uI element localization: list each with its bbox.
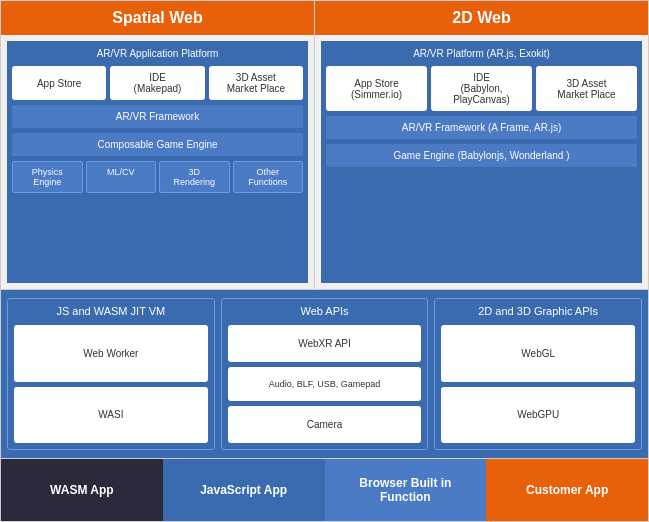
physics-box: PhysicsEngine [12, 161, 83, 193]
graphic-apis-panel: 2D and 3D Graphic APIs WebGL WebGPU [434, 298, 642, 450]
ar-vr-framework-bar: AR/VR Framework [12, 105, 303, 128]
asset-market-label: 3D AssetMarket Place [227, 72, 285, 94]
game-engine-2d-bar: Game Engine (Babylonjs, Wonderland ) [326, 144, 637, 167]
middle-section: JS and WASM JIT VM Web Worker WASI Web A… [1, 290, 648, 459]
webxr-api-box: WebXR API [228, 325, 422, 362]
spatial-web-header: Spatial Web [1, 1, 314, 35]
js-vm-panel: JS and WASM JIT VM Web Worker WASI [7, 298, 215, 450]
main-container: Spatial Web AR/VR Application Platform A… [0, 0, 649, 522]
physics-label: PhysicsEngine [32, 167, 63, 187]
webgl-box: WebGL [441, 325, 635, 382]
browser-built-in-label: Browser Built inFunction [359, 476, 451, 504]
bottom-bar: WASM App JavaScript App Browser Built in… [1, 459, 648, 521]
ml-cv-box: ML/CV [86, 161, 157, 193]
other-functions-box: OtherFunctions [233, 161, 304, 193]
components-row: PhysicsEngine ML/CV 3DRendering OtherFun… [12, 161, 303, 193]
asset-market-2d-label: 3D AssetMarket Place [557, 78, 615, 100]
wasm-app-item: WASM App [1, 459, 163, 521]
app-store-simmer-label: App Store(Simmer.io) [351, 78, 402, 100]
ar-vr-platform-label: AR/VR Application Platform [12, 46, 303, 61]
web-apis-title: Web APIs [228, 305, 422, 320]
app-store-simmer-box: App Store(Simmer.io) [326, 66, 427, 111]
web-2d-top-row: App Store(Simmer.io) IDE(Babylon,PlayCan… [326, 66, 637, 111]
web-apis-panel: Web APIs WebXR API Audio, BLF, USB, Game… [221, 298, 429, 450]
other-functions-label: OtherFunctions [248, 167, 287, 187]
ide-babylon-label: IDE(Babylon,PlayCanvas) [453, 72, 510, 105]
web-2d-header: 2D Web [315, 1, 648, 35]
asset-market-box: 3D AssetMarket Place [209, 66, 303, 100]
customer-app-item: Customer App [486, 459, 648, 521]
ar-vr-platform-2d-label: AR/VR Platform (AR.js, Exokit) [326, 46, 637, 61]
ar-vr-framework-2d-bar: AR/VR Framework (A Frame, AR.js) [326, 116, 637, 139]
audio-blf-box: Audio, BLF, USB, Gamepad [228, 367, 422, 400]
app-store-box: App Store [12, 66, 106, 100]
javascript-app-item: JavaScript App [163, 459, 325, 521]
rendering-3d-label: 3DRendering [174, 167, 216, 187]
spatial-inner: AR/VR Application Platform App Store IDE… [7, 41, 308, 283]
spatial-web-panel: Spatial Web AR/VR Application Platform A… [1, 1, 315, 289]
ide-makepad-label: IDE(Makepad) [134, 72, 182, 94]
web-2d-inner: AR/VR Platform (AR.js, Exokit) App Store… [321, 41, 642, 283]
composable-game-engine-bar: Composable Game Engine [12, 133, 303, 156]
webgpu-box: WebGPU [441, 387, 635, 444]
ide-makepad-box: IDE(Makepad) [110, 66, 204, 100]
graphic-apis-title: 2D and 3D Graphic APIs [441, 305, 635, 320]
browser-built-in-item: Browser Built inFunction [325, 459, 487, 521]
asset-market-2d-box: 3D AssetMarket Place [536, 66, 637, 111]
spatial-top-row: App Store IDE(Makepad) 3D AssetMarket Pl… [12, 66, 303, 100]
js-vm-title: JS and WASM JIT VM [14, 305, 208, 320]
web-worker-box: Web Worker [14, 325, 208, 382]
camera-box: Camera [228, 406, 422, 443]
top-section: Spatial Web AR/VR Application Platform A… [1, 1, 648, 290]
web-2d-panel: 2D Web AR/VR Platform (AR.js, Exokit) Ap… [315, 1, 648, 289]
wasi-box: WASI [14, 387, 208, 444]
ide-babylon-box: IDE(Babylon,PlayCanvas) [431, 66, 532, 111]
rendering-3d-box: 3DRendering [159, 161, 230, 193]
